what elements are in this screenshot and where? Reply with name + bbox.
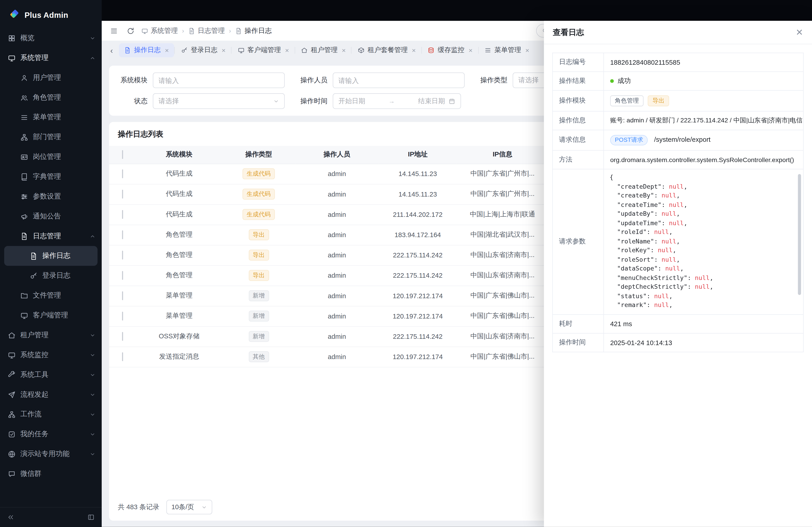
sidebar-item-client-mgmt[interactable]: 客户端管理 — [0, 305, 102, 325]
cell-operator: admin — [295, 286, 379, 306]
json-code: { "createDept": null, "createBy": null, … — [610, 173, 795, 310]
filter-time-range[interactable]: 开始日期 → 结束日期 — [333, 93, 461, 109]
sidebar-item-wechat-group[interactable]: 微信群 — [0, 464, 102, 484]
type-badge: 生成代码 — [243, 189, 275, 200]
filter-module-input[interactable] — [153, 72, 285, 88]
detail-value: 账号: admin / 研发部门 / 222.175.114.242 / 中国|… — [604, 111, 803, 130]
sidebar-item-param-settings[interactable]: 参数设置 — [0, 187, 102, 207]
close-icon[interactable]: × — [525, 47, 530, 54]
row-checkbox[interactable] — [122, 291, 123, 300]
cell-module: 菜单管理 — [136, 306, 222, 326]
close-icon[interactable]: × — [342, 47, 346, 54]
detail-value: 角色管理导出 — [604, 90, 803, 111]
refresh-button[interactable] — [125, 25, 136, 36]
row-checkbox[interactable] — [122, 251, 123, 259]
sliders-icon — [20, 193, 28, 200]
sidebar-item-menu-mgmt[interactable]: 菜单管理 — [0, 107, 102, 127]
detail-row-request: 请求信息POST请求/system/role/export — [553, 130, 803, 150]
idcard-icon — [20, 153, 28, 161]
drawer-header: 查看日志 ✕ — [544, 21, 812, 44]
sidebar-item-process-start[interactable]: 流程发起 — [0, 385, 102, 404]
cell-type: 生成代码 — [222, 164, 295, 184]
sidebar-item-role-mgmt[interactable]: 角色管理 — [0, 88, 102, 107]
chevron-down-icon — [90, 411, 96, 417]
cell-module: 发送指定消息 — [136, 347, 222, 367]
sidebar-item-user-mgmt[interactable]: 用户管理 — [0, 68, 102, 88]
null-value: null — [654, 292, 669, 299]
filter-status-select[interactable]: 请选择 — [153, 93, 285, 109]
row-checkbox[interactable] — [122, 312, 123, 320]
sidebar-item-file-mgmt[interactable]: 文件管理 — [0, 286, 102, 305]
cell-type: 新增 — [222, 326, 295, 346]
sidebar-item-dept-mgmt[interactable]: 部门管理 — [0, 127, 102, 147]
sidebar-item-login-log[interactable]: 登录日志 — [0, 266, 102, 286]
row-checkbox[interactable] — [122, 210, 123, 219]
detail-row-module: 操作模块角色管理导出 — [553, 90, 803, 111]
cell-module: 角色管理 — [136, 265, 222, 286]
tab-operation-log[interactable]: 操作日志× — [119, 43, 174, 57]
detail-label: 操作时间 — [553, 333, 604, 352]
row-checkbox[interactable] — [122, 352, 123, 361]
sidebar-item-log-mgmt[interactable]: 日志管理 — [0, 226, 102, 246]
page-size-select[interactable]: 10条/页 — [166, 500, 212, 514]
breadcrumb-item[interactable]: 日志管理 — [188, 26, 225, 35]
sidebar-item-dict-mgmt[interactable]: 字典管理 — [0, 167, 102, 187]
tab-cache-monitor[interactable]: 缓存监控× — [422, 43, 478, 57]
chevron-up-icon — [90, 55, 96, 61]
sidebar-item-label: 文件管理 — [33, 291, 96, 300]
tabs-scroll-left-button[interactable]: ‹ — [106, 44, 117, 56]
close-icon[interactable]: × — [222, 47, 226, 54]
scrollbar-thumb[interactable] — [798, 174, 801, 295]
layout-panel-icon[interactable] — [88, 514, 94, 521]
type-badge: 新增 — [249, 290, 269, 301]
close-icon[interactable]: × — [412, 47, 416, 54]
tab-label: 租户管理 — [311, 46, 337, 54]
tab-login-log[interactable]: 登录日志× — [176, 43, 231, 57]
close-icon[interactable]: × — [285, 47, 289, 54]
cell-module: 菜单管理 — [136, 286, 222, 306]
sidebar-item-operation-log[interactable]: 操作日志 — [4, 246, 98, 266]
sidebar-item-system-monitor[interactable]: 系统监控 — [0, 345, 102, 365]
cell-operator: admin — [295, 326, 379, 346]
close-icon[interactable]: × — [165, 47, 169, 54]
row-checkbox[interactable] — [122, 190, 123, 199]
module-tag: 角色管理 — [610, 95, 643, 106]
app-name: Plus Admin — [25, 10, 68, 19]
select-all-checkbox[interactable] — [122, 150, 123, 159]
close-icon[interactable]: ✕ — [796, 28, 803, 37]
chat-icon — [8, 470, 16, 478]
cell-module: 角色管理 — [136, 225, 222, 245]
close-icon[interactable]: × — [468, 47, 473, 54]
detail-value: 421 ms — [604, 314, 803, 333]
lines-icon — [484, 47, 491, 54]
tab-client-mgmt[interactable]: 客户端管理× — [232, 43, 294, 57]
hamburger-menu-button[interactable] — [108, 25, 119, 36]
sidebar-item-overview[interactable]: 概览 — [0, 28, 102, 48]
sidebar-item-notice[interactable]: 通知公告 — [0, 207, 102, 226]
sidebar-item-tenant-mgmt[interactable]: 租户管理 — [0, 325, 102, 345]
doc-icon — [124, 47, 131, 54]
breadcrumb-item[interactable]: 系统管理 — [142, 26, 178, 35]
sidebar-item-post-mgmt[interactable]: 岗位管理 — [0, 147, 102, 167]
sidebar-item-system-tools[interactable]: 系统工具 — [0, 365, 102, 385]
cell-ip-info: 中国|广东省|佛山市|... — [457, 286, 548, 306]
tab-menu-mgmt[interactable]: 菜单管理× — [479, 43, 535, 57]
sidebar-item-my-tasks[interactable]: 我的任务 — [0, 424, 102, 444]
detail-label: 请求参数 — [553, 169, 604, 314]
row-checkbox[interactable] — [122, 230, 123, 239]
detail-value: { "createDept": null, "createBy": null, … — [604, 169, 803, 314]
breadcrumb-separator: › — [229, 27, 231, 34]
breadcrumb-item[interactable]: 操作日志 — [235, 26, 272, 35]
row-checkbox[interactable] — [122, 169, 123, 178]
tab-tenant-mgmt[interactable]: 租户管理× — [296, 43, 351, 57]
row-checkbox[interactable] — [122, 332, 123, 341]
collapse-sidebar-icon[interactable] — [7, 514, 14, 521]
sidebar-item-demo-features[interactable]: 演示站专用功能 — [0, 444, 102, 464]
filter-operator-input[interactable] — [333, 72, 465, 88]
folder-icon — [20, 292, 28, 300]
tab-tenant-package-mgmt[interactable]: 租户套餐管理× — [352, 43, 421, 57]
app-logo[interactable]: Plus Admin — [0, 0, 102, 26]
row-checkbox[interactable] — [122, 271, 123, 280]
sidebar-item-workflow[interactable]: 工作流 — [0, 404, 102, 424]
sidebar-item-system-mgmt[interactable]: 系统管理 — [0, 48, 102, 68]
